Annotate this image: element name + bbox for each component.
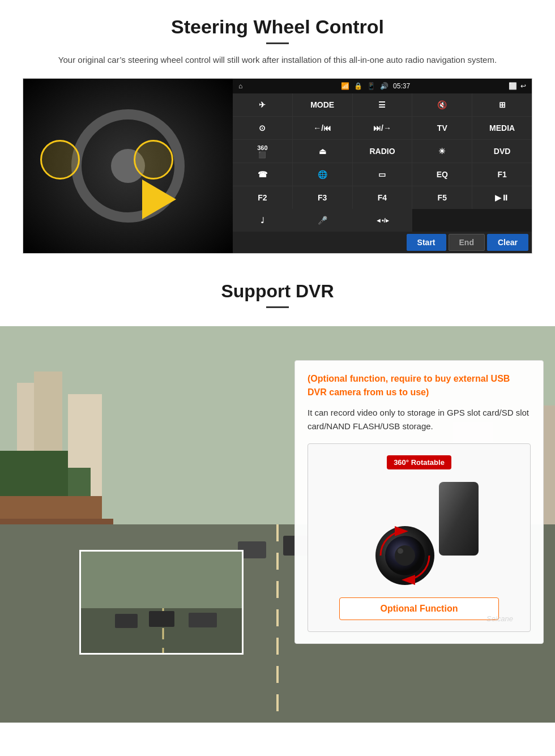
btn-phone[interactable]: ☎ — [233, 163, 292, 186]
btn-prev[interactable]: ←/⏮ — [293, 117, 352, 139]
dvr-title: Support DVR — [23, 281, 532, 302]
btn-f5[interactable]: F5 — [412, 186, 472, 209]
dvr-optional-text: (Optional function, require to buy exter… — [308, 372, 531, 399]
svg-rect-21 — [149, 611, 174, 627]
camera-image-box: 360° Rotatable — [308, 443, 531, 632]
highlight-right — [134, 140, 173, 180]
btn-radio[interactable]: RADIO — [353, 140, 412, 163]
bottom-bar: Start End Clear — [233, 232, 532, 253]
btn-tv[interactable]: TV — [412, 117, 472, 139]
end-button[interactable]: End — [449, 234, 485, 251]
dashcam-scene — [81, 552, 244, 655]
btn-f2[interactable]: F2 — [233, 186, 292, 209]
btn-eject[interactable]: ⏏ — [293, 140, 352, 163]
optional-function-button[interactable]: Optional Function — [339, 597, 499, 620]
button-grid: ✈ MODE ☰ 🔇 ⊞ ⊙ ←/⏮ ⏭/→ TV MEDIA 360⬛ ⏏ R… — [233, 93, 532, 209]
clock-display: 05:37 — [393, 82, 410, 90]
btn-mirror[interactable]: ▭ — [353, 163, 412, 186]
dvr-section: Support DVR — [0, 265, 555, 723]
steering-title: Steering Wheel Control — [23, 16, 532, 38]
empty-spacer — [412, 209, 532, 232]
svg-rect-20 — [115, 614, 138, 628]
btn-f4[interactable]: F4 — [353, 186, 412, 209]
camera-visual — [351, 476, 487, 590]
lock-icon: 🔒 — [354, 82, 362, 90]
btn-mute[interactable]: 🔇 — [412, 93, 472, 116]
dvr-divider — [266, 306, 289, 308]
seicane-watermark: Seicane — [486, 614, 513, 623]
dashcam-inset-photo — [79, 550, 244, 655]
svg-rect-16 — [0, 519, 113, 524]
dvr-content: (Optional function, require to buy exter… — [0, 326, 555, 723]
start-button[interactable]: Start — [407, 234, 446, 251]
highlight-left — [40, 140, 80, 180]
camera-svg — [351, 476, 487, 590]
svg-rect-23 — [439, 482, 479, 556]
title-divider — [266, 42, 289, 44]
status-right: ⬜ ↩ — [509, 82, 526, 90]
svg-rect-22 — [189, 613, 217, 627]
dvr-desc-text: It can record video only to storage in G… — [308, 406, 531, 433]
steering-photo — [23, 79, 233, 253]
btn-dvd[interactable]: DVD — [472, 140, 532, 163]
direction-arrow — [142, 180, 176, 219]
steering-image-area: ⌂ 📶 🔒 📱 🔊 05:37 ⬜ ↩ ✈ MODE — [23, 78, 532, 254]
btn-menu[interactable]: ☰ — [353, 93, 412, 116]
btn-f1[interactable]: F1 — [472, 163, 532, 186]
btn-mic[interactable]: 🎤 — [293, 209, 353, 232]
status-center: 📶 🔒 📱 🔊 05:37 — [341, 82, 410, 90]
sim-icon: 📱 — [367, 82, 375, 90]
steering-description: Your original car’s steering wheel contr… — [51, 53, 504, 67]
btn-eq[interactable]: EQ — [412, 163, 472, 186]
btn-settings[interactable]: ⊙ — [233, 117, 292, 139]
status-bar: ⌂ 📶 🔒 📱 🔊 05:37 ⬜ ↩ — [233, 79, 532, 93]
btn-browser[interactable]: 🌐 — [293, 163, 352, 186]
button-row-partial: ♩ 🎤 ◄•/▸ — [233, 209, 532, 232]
status-left: ⌂ — [238, 82, 242, 90]
clear-button[interactable]: Clear — [487, 234, 528, 251]
cam-badge: 360° Rotatable — [387, 455, 451, 469]
btn-mode[interactable]: MODE — [293, 93, 352, 116]
home-icon: ⌂ — [238, 82, 242, 90]
btn-vol-dir[interactable]: ◄•/▸ — [352, 209, 412, 232]
window-icon: ⬜ — [509, 82, 517, 90]
back-icon: ↩ — [520, 82, 526, 90]
bluetooth-icon: 🔊 — [380, 82, 388, 90]
btn-next[interactable]: ⏭/→ — [353, 117, 412, 139]
svg-point-27 — [398, 548, 403, 554]
btn-f3[interactable]: F3 — [293, 186, 352, 209]
svg-rect-11 — [0, 451, 68, 496]
btn-media[interactable]: MEDIA — [472, 117, 532, 139]
dvr-header: Support DVR — [0, 265, 555, 326]
steering-section: Steering Wheel Control Your original car… — [0, 0, 555, 265]
dvr-info-panel: (Optional function, require to buy exter… — [294, 360, 544, 644]
ui-panel: ⌂ 📶 🔒 📱 🔊 05:37 ⬜ ↩ ✈ MODE — [233, 79, 532, 253]
btn-360[interactable]: 360⬛ — [233, 140, 292, 163]
btn-music[interactable]: ♩ — [233, 209, 293, 232]
wifi-icon: 📶 — [341, 82, 349, 90]
btn-dots[interactable]: ⊞ — [472, 93, 532, 116]
svg-point-26 — [395, 545, 415, 566]
btn-nav[interactable]: ✈ — [233, 93, 292, 116]
btn-play-pause[interactable]: ▶⏸ — [472, 186, 532, 209]
btn-brightness[interactable]: ☀ — [412, 140, 472, 163]
